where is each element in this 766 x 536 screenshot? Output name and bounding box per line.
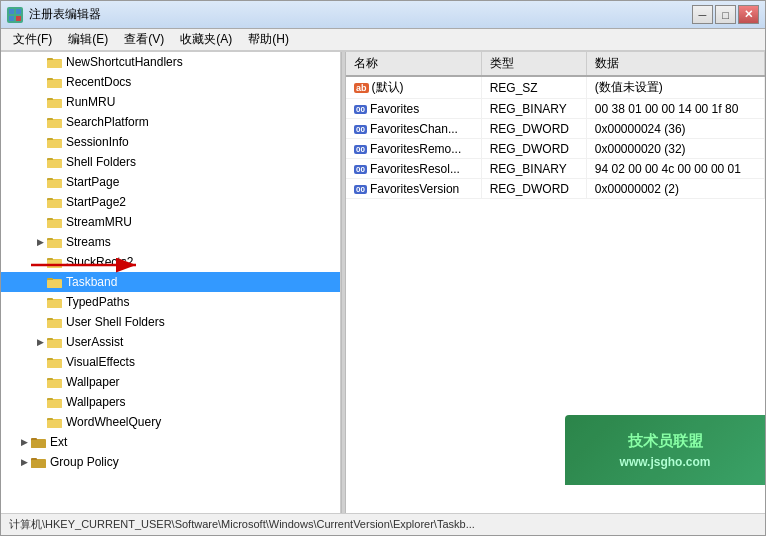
menu-favorites[interactable]: 收藏夹(A) (172, 29, 240, 50)
cell-name: 00FavoritesVersion (346, 179, 481, 199)
watermark-line2: www.jsgho.com (620, 455, 711, 469)
tree-item-GroupPolicy[interactable]: ▶ Group Policy (1, 452, 340, 472)
tree-expand-placeholder (33, 315, 47, 329)
tree-expand-placeholder (33, 115, 47, 129)
folder-icon-SessionInfo (47, 135, 63, 149)
svg-rect-39 (47, 280, 62, 288)
tree-label-NewShortcutHandlers: NewShortcutHandlers (66, 55, 183, 69)
tree-expand-UserAssist[interactable]: ▶ (33, 335, 47, 349)
svg-rect-24 (47, 180, 62, 188)
tree-label-UserAssist: UserAssist (66, 335, 123, 349)
cell-data: 0x00000024 (36) (586, 119, 764, 139)
tree-expand-GroupPolicy[interactable]: ▶ (17, 455, 31, 469)
tree-label-TypedPaths: TypedPaths (66, 295, 129, 309)
tree-item-StartPage[interactable]: StartPage (1, 172, 340, 192)
svg-rect-27 (47, 200, 62, 208)
tree-item-Taskband[interactable]: Taskband (1, 272, 340, 292)
folder-icon-StreamMRU (47, 215, 63, 229)
maximize-button[interactable]: □ (715, 5, 736, 24)
tree-label-SessionInfo: SessionInfo (66, 135, 129, 149)
menu-view[interactable]: 查看(V) (116, 29, 172, 50)
svg-rect-33 (47, 240, 62, 248)
tree-item-StreamMRU[interactable]: StreamMRU (1, 212, 340, 232)
cell-type: REG_BINARY (481, 159, 586, 179)
tree-item-Streams[interactable]: ▶ Streams (1, 232, 340, 252)
tree-expand-placeholder (33, 395, 47, 409)
svg-rect-21 (47, 160, 62, 168)
tree-item-NewShortcutHandlers[interactable]: NewShortcutHandlers (1, 52, 340, 72)
svg-rect-57 (47, 400, 62, 408)
folder-icon-VisualEffects (47, 355, 63, 369)
tree-item-Ext[interactable]: ▶ Ext (1, 432, 340, 452)
tree-label-StreamMRU: StreamMRU (66, 215, 132, 229)
tree-expand-placeholder (33, 135, 47, 149)
menu-edit[interactable]: 编辑(E) (60, 29, 116, 50)
cell-name: 00FavoritesResol... (346, 159, 481, 179)
cell-type: REG_DWORD (481, 139, 586, 159)
folder-icon-TypedPaths (47, 295, 63, 309)
tree-item-UserShellFolders[interactable]: User Shell Folders (1, 312, 340, 332)
tree-item-TypedPaths[interactable]: TypedPaths (1, 292, 340, 312)
tree-expand-placeholder (33, 55, 47, 69)
tree-label-Streams: Streams (66, 235, 111, 249)
tree-expand-placeholder (33, 295, 47, 309)
menu-file[interactable]: 文件(F) (5, 29, 60, 50)
tree-item-RunMRU[interactable]: RunMRU (1, 92, 340, 112)
tree-label-ShellFolders: Shell Folders (66, 155, 136, 169)
table-row[interactable]: 00FavoritesRemo... REG_DWORD 0x00000020 … (346, 139, 765, 159)
tree-item-UserAssist[interactable]: ▶ UserAssist (1, 332, 340, 352)
table-row[interactable]: ab(默认) REG_SZ (数值未设置) (346, 76, 765, 99)
status-path: 计算机\HKEY_CURRENT_USER\Software\Microsoft… (9, 517, 475, 532)
tree-label-StartPage: StartPage (66, 175, 119, 189)
folder-icon-Wallpaper (47, 375, 63, 389)
menu-bar: 文件(F) 编辑(E) 查看(V) 收藏夹(A) 帮助(H) (1, 29, 765, 51)
main-window: 注册表编辑器 ─ □ ✕ 文件(F) 编辑(E) 查看(V) 收藏夹(A) 帮助… (0, 0, 766, 536)
close-button[interactable]: ✕ (738, 5, 759, 24)
svg-rect-66 (31, 460, 46, 468)
tree-item-WordWheelQuery[interactable]: WordWheelQuery (1, 412, 340, 432)
table-row[interactable]: 00FavoritesChan... REG_DWORD 0x00000024 … (346, 119, 765, 139)
cell-name: 00Favorites (346, 99, 481, 119)
table-row[interactable]: 00FavoritesResol... REG_BINARY 94 02 00 … (346, 159, 765, 179)
tree-label-StuckRects2: StuckRects2 (66, 255, 133, 269)
tree-item-Wallpapers[interactable]: Wallpapers (1, 392, 340, 412)
status-bar: 计算机\HKEY_CURRENT_USER\Software\Microsoft… (1, 513, 765, 535)
table-row[interactable]: 00Favorites REG_BINARY 00 38 01 00 00 14… (346, 99, 765, 119)
col-type: 类型 (481, 52, 586, 76)
tree-expand-placeholder (33, 155, 47, 169)
tree-label-Taskband: Taskband (66, 275, 117, 289)
svg-rect-51 (47, 360, 62, 368)
tree-expand-Streams[interactable]: ▶ (33, 235, 47, 249)
minimize-button[interactable]: ─ (692, 5, 713, 24)
tree-panel[interactable]: NewShortcutHandlers RecentDocs RunMRU Se… (1, 52, 341, 513)
menu-help[interactable]: 帮助(H) (240, 29, 297, 50)
tree-item-StuckRects2[interactable]: StuckRects2 (1, 252, 340, 272)
title-bar: 注册表编辑器 ─ □ ✕ (1, 1, 765, 29)
tree-item-StartPage2[interactable]: StartPage2 (1, 192, 340, 212)
tree-item-Wallpaper[interactable]: Wallpaper (1, 372, 340, 392)
tree-item-RecentDocs[interactable]: RecentDocs (1, 72, 340, 92)
folder-icon-Wallpapers (47, 395, 63, 409)
cell-data: (数值未设置) (586, 76, 764, 99)
tree-item-SearchPlatform[interactable]: SearchPlatform (1, 112, 340, 132)
tree-item-VisualEffects[interactable]: VisualEffects (1, 352, 340, 372)
tree-label-UserShellFolders: User Shell Folders (66, 315, 165, 329)
svg-rect-48 (47, 340, 62, 348)
tree-expand-placeholder (33, 95, 47, 109)
svg-rect-1 (16, 9, 21, 14)
tree-expand-Ext[interactable]: ▶ (17, 435, 31, 449)
tree-item-ShellFolders[interactable]: Shell Folders (1, 152, 340, 172)
content-area: NewShortcutHandlers RecentDocs RunMRU Se… (1, 51, 765, 513)
svg-rect-18 (47, 140, 62, 148)
folder-icon-WordWheelQuery (47, 415, 63, 429)
tree-item-SessionInfo[interactable]: SessionInfo (1, 132, 340, 152)
cell-data: 0x00000020 (32) (586, 139, 764, 159)
folder-icon-Streams (47, 235, 63, 249)
tree-label-SearchPlatform: SearchPlatform (66, 115, 149, 129)
folder-icon-StuckRects2 (47, 255, 63, 269)
tree-label-RunMRU: RunMRU (66, 95, 115, 109)
window-title: 注册表编辑器 (29, 6, 692, 23)
folder-icon-StartPage2 (47, 195, 63, 209)
table-row[interactable]: 00FavoritesVersion REG_DWORD 0x00000002 … (346, 179, 765, 199)
tree-label-Wallpaper: Wallpaper (66, 375, 120, 389)
